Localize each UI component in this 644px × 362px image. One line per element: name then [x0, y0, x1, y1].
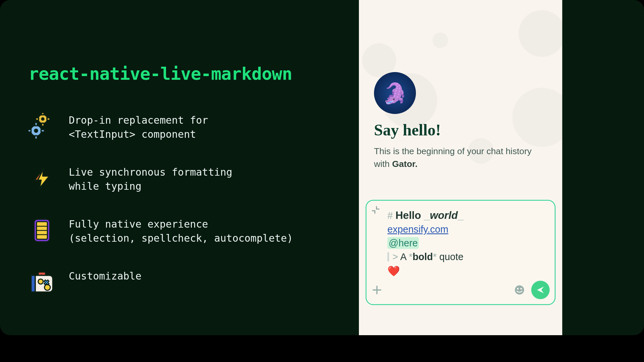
svg-point-1: [41, 117, 45, 121]
svg-rect-3: [42, 123, 44, 126]
svg-rect-9: [35, 136, 38, 139]
emoji-button[interactable]: [514, 284, 525, 296]
svg-rect-21: [31, 275, 36, 292]
feature-text: Drop-in replacement for <TextInput> comp…: [69, 113, 208, 142]
svg-point-26: [515, 285, 524, 295]
svg-point-22: [38, 279, 43, 284]
svg-rect-8: [35, 122, 38, 126]
add-attachment-button[interactable]: [372, 285, 383, 296]
greeting-block: Say hello! This is the beginning of your…: [374, 121, 547, 170]
send-button[interactable]: [531, 281, 550, 299]
markdown-editor[interactable]: # Hello _world_ expensify.com @here > A …: [387, 208, 547, 278]
svg-rect-10: [41, 129, 45, 132]
feature-text: Fully native experience (selection, spel…: [69, 217, 293, 246]
feature-text: Live synchronous formatting while typing: [69, 165, 232, 194]
page-title: react-native-live-markdown: [29, 64, 347, 84]
svg-rect-4: [47, 118, 50, 120]
phone-mockup: Say hello! This is the beginning of your…: [359, 0, 562, 335]
greeting-body: This is the beginning of your chat histo…: [374, 145, 547, 170]
svg-rect-11: [29, 129, 31, 132]
message-composer[interactable]: # Hello _world_ expensify.com @here > A …: [366, 200, 555, 305]
composer-actions: [372, 281, 550, 299]
suitcase-icon: [29, 269, 55, 296]
svg-rect-5: [36, 118, 39, 120]
avatar[interactable]: [374, 72, 416, 114]
gears-icon: [29, 113, 55, 140]
svg-rect-2: [42, 113, 44, 115]
composer-link[interactable]: expensify.com: [387, 224, 448, 235]
feature-item: Customizable: [29, 269, 347, 296]
lightning-icon: [29, 165, 55, 192]
svg-point-28: [520, 288, 522, 290]
feature-panel: react-native-live-markdown: [29, 64, 347, 319]
feature-item: Fully native experience (selection, spel…: [29, 217, 347, 246]
greeting-title: Say hello!: [374, 121, 547, 139]
collapse-icon[interactable]: [372, 206, 380, 216]
feature-item: Drop-in replacement for <TextInput> comp…: [29, 113, 347, 142]
feature-item: Live synchronous formatting while typing: [29, 165, 347, 194]
composer-mention[interactable]: @here: [387, 237, 419, 249]
hero-banner: react-native-live-markdown: [0, 0, 644, 335]
svg-point-7: [34, 129, 38, 133]
blockquote-bar: [387, 252, 389, 262]
heart-emoji: ❤️: [387, 265, 400, 277]
feature-text: Customizable: [69, 269, 142, 284]
phone-icon: [29, 217, 55, 244]
svg-point-27: [517, 288, 519, 290]
